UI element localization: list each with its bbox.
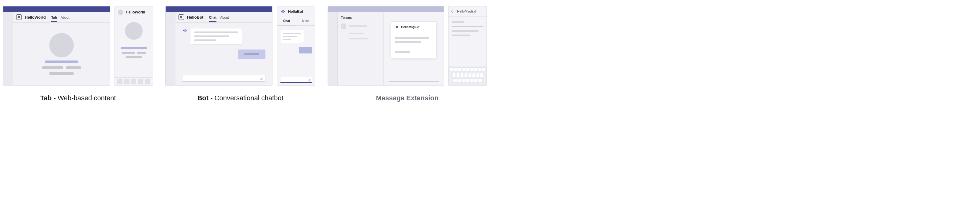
incoming-message xyxy=(182,28,266,44)
mobile-content xyxy=(115,18,153,77)
nav-item[interactable] xyxy=(131,79,137,84)
send-icon[interactable] xyxy=(259,76,263,80)
key[interactable] xyxy=(462,68,465,72)
nav-item[interactable] xyxy=(145,79,150,84)
text-line xyxy=(194,32,238,33)
keyboard-row xyxy=(450,68,485,72)
bot-icon xyxy=(182,28,188,32)
mobile-title: HelloWorld xyxy=(126,10,145,14)
bot-mobile-window: HelloBot Chat More xyxy=(277,6,315,86)
main-pane: HelloWorld Tab About xyxy=(13,12,110,85)
caption-rest: - Conversational chatbot xyxy=(208,94,283,102)
text-line xyxy=(194,35,229,37)
compose-input[interactable] xyxy=(388,76,439,82)
key[interactable] xyxy=(482,68,485,72)
svg-point-0 xyxy=(184,30,185,30)
key[interactable] xyxy=(474,79,477,83)
text-line xyxy=(194,40,216,41)
tab-about[interactable]: About xyxy=(220,16,229,22)
key[interactable] xyxy=(478,79,483,83)
key[interactable] xyxy=(476,73,479,77)
caption-rest: - Web-based content xyxy=(52,94,116,102)
key[interactable] xyxy=(468,73,471,77)
compose-input[interactable] xyxy=(182,75,266,82)
svg-point-3 xyxy=(283,11,283,12)
team-avatar-icon xyxy=(341,24,346,29)
bot-desktop-window: HelloBot Chat About xyxy=(165,6,272,86)
text-line xyxy=(121,52,135,54)
section-msgext: Teams Hello xyxy=(328,6,487,102)
key[interactable] xyxy=(472,73,475,77)
key[interactable] xyxy=(470,79,473,83)
key[interactable] xyxy=(458,79,461,83)
key[interactable] xyxy=(466,79,469,83)
outgoing-message xyxy=(299,47,312,54)
mobile-chat xyxy=(277,26,315,85)
section-bot: HelloBot Chat About xyxy=(165,6,315,102)
text-line-row xyxy=(42,66,81,69)
tab-tab[interactable]: Tab xyxy=(51,16,57,22)
text-line xyxy=(452,35,471,36)
key[interactable] xyxy=(460,73,463,77)
key[interactable] xyxy=(470,68,473,72)
text-line xyxy=(395,37,429,39)
key[interactable] xyxy=(456,73,459,77)
key[interactable] xyxy=(464,73,467,77)
key[interactable] xyxy=(458,68,461,72)
nav-item[interactable] xyxy=(138,79,143,84)
incoming-message xyxy=(280,30,304,43)
text-line xyxy=(395,41,421,43)
window-body: HelloBot Chat About xyxy=(165,12,272,85)
text-line xyxy=(395,51,410,53)
key[interactable] xyxy=(452,79,457,83)
key[interactable] xyxy=(462,79,465,83)
channel-item[interactable] xyxy=(349,38,368,40)
svg-point-1 xyxy=(185,30,186,30)
main-split: Teams Hello xyxy=(338,12,444,85)
tabs: Chat About xyxy=(209,16,229,19)
keyboard-row xyxy=(450,79,485,83)
key[interactable] xyxy=(452,73,455,77)
text-line xyxy=(244,53,259,55)
app-header: HelloBot Chat About xyxy=(175,12,272,22)
window-body: Teams Hello xyxy=(328,12,444,85)
section-tab: HelloWorld Tab About xyxy=(3,6,153,102)
compose-input[interactable] xyxy=(280,77,312,83)
key[interactable] xyxy=(466,68,469,72)
msgext-mobile-window: HelloMsgExt xyxy=(448,6,487,86)
keyboard[interactable] xyxy=(449,66,487,85)
send-icon[interactable] xyxy=(307,78,310,81)
key[interactable] xyxy=(478,68,481,72)
app-logo-icon xyxy=(178,14,184,20)
text-line xyxy=(283,33,301,34)
team-label xyxy=(349,25,367,27)
back-icon[interactable] xyxy=(451,9,455,13)
text-line-accent xyxy=(45,60,78,63)
left-rail xyxy=(328,12,338,85)
keyboard-row xyxy=(450,73,485,77)
mobile-tab-chat[interactable]: Chat xyxy=(277,17,296,25)
caption-tab: Tab - Web-based content xyxy=(40,94,116,102)
key[interactable] xyxy=(454,68,457,72)
caption-bold: Tab xyxy=(40,94,51,102)
caption-msgext: Message Extension xyxy=(376,94,438,102)
window-body: HelloWorld Tab About xyxy=(3,12,110,85)
key[interactable] xyxy=(450,68,453,72)
channel-item[interactable] xyxy=(349,33,364,34)
tab-chat[interactable]: Chat xyxy=(209,16,216,22)
team-item[interactable] xyxy=(341,24,380,29)
key[interactable] xyxy=(480,73,483,77)
window-titlebar xyxy=(165,6,272,12)
key[interactable] xyxy=(474,68,477,72)
mobile-tab-more[interactable]: More xyxy=(296,17,315,25)
svg-point-2 xyxy=(282,11,283,12)
nav-item[interactable] xyxy=(117,79,123,84)
teams-pane: Teams xyxy=(338,12,383,85)
tab-about[interactable]: About xyxy=(60,16,70,22)
mobile-tabs: Chat More xyxy=(277,17,315,26)
avatar-placeholder xyxy=(49,33,74,57)
mobile-title: HelloBot xyxy=(288,10,303,14)
outgoing-message xyxy=(238,49,266,59)
nav-item[interactable] xyxy=(124,79,129,84)
text-line xyxy=(283,39,291,40)
